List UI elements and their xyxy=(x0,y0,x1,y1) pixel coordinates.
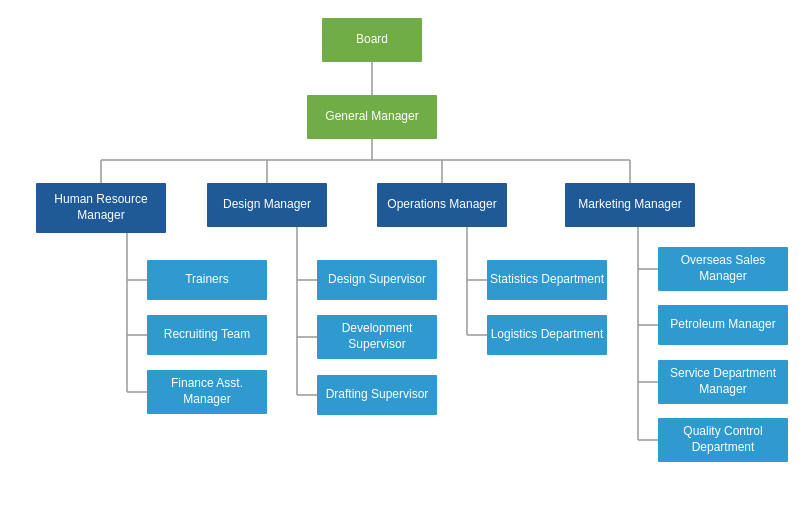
finance-asst-label: Finance Asst. Manager xyxy=(147,376,267,407)
service-dept-manager-node: Service Department Manager xyxy=(658,360,788,404)
design-manager-node: Design Manager xyxy=(207,183,327,227)
statistics-dept-label: Statistics Department xyxy=(490,272,604,288)
logistics-dept-label: Logistics Department xyxy=(491,327,604,343)
quality-control-node: Quality Control Department xyxy=(658,418,788,462)
drafting-supervisor-label: Drafting Supervisor xyxy=(326,387,429,403)
marketing-manager-node: Marketing Manager xyxy=(565,183,695,227)
operations-manager-node: Operations Manager xyxy=(377,183,507,227)
drafting-supervisor-node: Drafting Supervisor xyxy=(317,375,437,415)
board-label: Board xyxy=(356,32,388,48)
statistics-dept-node: Statistics Department xyxy=(487,260,607,300)
trainers-label: Trainers xyxy=(185,272,229,288)
development-supervisor-label: Development Supervisor xyxy=(317,321,437,352)
finance-asst-manager-node: Finance Asst. Manager xyxy=(147,370,267,414)
hr-manager-node: Human Resource Manager xyxy=(36,183,166,233)
overseas-sales-label: Overseas Sales Manager xyxy=(658,253,788,284)
recruiting-team-label: Recruiting Team xyxy=(164,327,250,343)
overseas-sales-node: Overseas Sales Manager xyxy=(658,247,788,291)
quality-control-label: Quality Control Department xyxy=(658,424,788,455)
design-supervisor-node: Design Supervisor xyxy=(317,260,437,300)
marketing-manager-label: Marketing Manager xyxy=(578,197,681,213)
development-supervisor-node: Development Supervisor xyxy=(317,315,437,359)
design-supervisor-label: Design Supervisor xyxy=(328,272,426,288)
petroleum-manager-node: Petroleum Manager xyxy=(658,305,788,345)
hr-manager-label: Human Resource Manager xyxy=(36,192,166,223)
logistics-dept-node: Logistics Department xyxy=(487,315,607,355)
board-node: Board xyxy=(322,18,422,62)
design-manager-label: Design Manager xyxy=(223,197,311,213)
petroleum-manager-label: Petroleum Manager xyxy=(670,317,775,333)
operations-manager-label: Operations Manager xyxy=(387,197,496,213)
general-manager-node: General Manager xyxy=(307,95,437,139)
trainers-node: Trainers xyxy=(147,260,267,300)
general-manager-label: General Manager xyxy=(325,109,418,125)
org-chart: Board General Manager Human Resource Man… xyxy=(0,0,804,526)
recruiting-team-node: Recruiting Team xyxy=(147,315,267,355)
service-dept-manager-label: Service Department Manager xyxy=(658,366,788,397)
